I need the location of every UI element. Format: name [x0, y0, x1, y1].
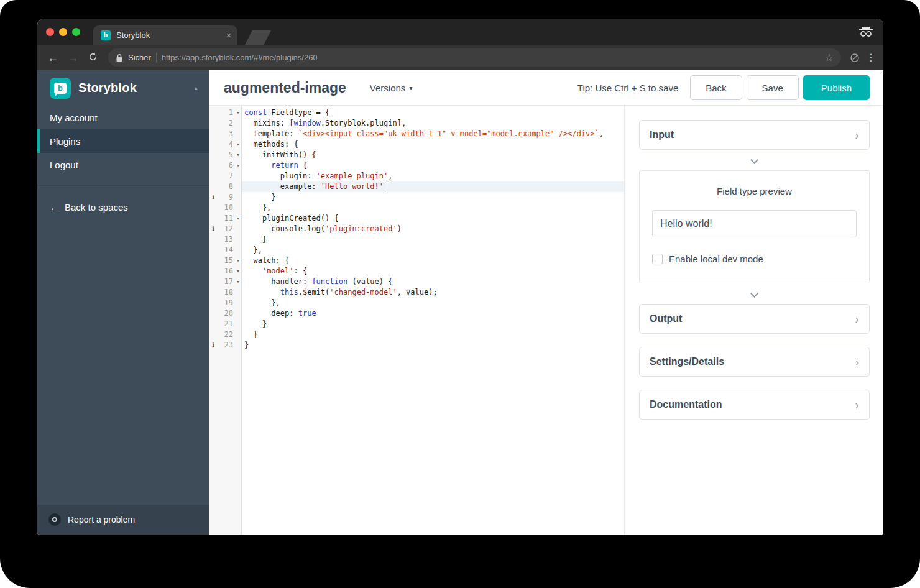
fold-arrow-icon[interactable]: ▾ [234, 266, 242, 277]
save-button[interactable]: Save [747, 75, 799, 100]
fold-arrow-icon[interactable]: ▾ [234, 150, 242, 160]
browser-tab[interactable]: b Storyblok × [93, 25, 237, 45]
fold-arrow-icon[interactable]: ▾ [234, 255, 242, 266]
versions-dropdown[interactable]: Versions ▾ [370, 83, 413, 93]
code-line-text[interactable]: methods: { [242, 139, 624, 150]
editor-line[interactable]: 3 template: `<div><input class="uk-width… [209, 129, 624, 139]
editor-line[interactable]: 1▾const Fieldtype = { [209, 108, 624, 118]
editor-line[interactable]: ℹ12 console.log('plugin:created') [209, 224, 624, 234]
code-editor[interactable]: 1▾const Fieldtype = {2 mixins: [window.S… [209, 106, 624, 535]
browser-menu-icon[interactable]: ⋮ [866, 52, 875, 63]
security-label: Sicher [128, 53, 151, 62]
code-line-text[interactable]: 'model': { [242, 266, 624, 277]
editor-line[interactable]: 18 this.$emit('changed-model', value); [209, 287, 624, 298]
blocked-content-icon[interactable] [850, 53, 860, 63]
code-line-text[interactable]: } [242, 234, 624, 245]
sidebar-item-logout[interactable]: Logout [37, 153, 209, 177]
bookmark-star-icon[interactable]: ☆ [825, 52, 834, 63]
code-line-text[interactable]: return { [242, 160, 624, 171]
line-number: 15 [218, 255, 234, 266]
back-to-spaces-label: Back to spaces [65, 202, 128, 213]
section-settings-details[interactable]: Settings/Details › [639, 347, 870, 377]
fold-arrow-icon[interactable]: ▾ [234, 277, 242, 287]
code-line-text[interactable]: pluginCreated() { [242, 213, 624, 224]
code-line-text[interactable]: handler: function (value) { [242, 277, 624, 287]
code-line-text[interactable]: }, [242, 298, 624, 308]
code-line-text[interactable]: watch: { [242, 255, 624, 266]
editor-line[interactable]: 5▾ initWith() { [209, 150, 624, 160]
minimize-window-button[interactable] [59, 28, 67, 36]
editor-line[interactable]: 8 example: 'Hello world!' [209, 181, 624, 192]
fullscreen-window-button[interactable] [72, 28, 80, 36]
section-documentation[interactable]: Documentation › [639, 390, 870, 420]
preview-input[interactable] [652, 210, 857, 237]
sidebar: b Storyblok ▴ My accountPluginsLogout ← … [37, 70, 209, 535]
editor-line[interactable]: 7 plugin: 'example_plugin', [209, 171, 624, 181]
editor-line[interactable]: 20 deep: true [209, 308, 624, 319]
editor-line[interactable]: 4▾ methods: { [209, 139, 624, 150]
code-line-text[interactable]: } [242, 192, 624, 203]
brand[interactable]: b Storyblok ▴ [37, 70, 209, 106]
sidebar-item-plugins[interactable]: Plugins [37, 129, 209, 153]
code-line-text[interactable]: console.log('plugin:created') [242, 224, 624, 234]
editor-line[interactable]: 14 }, [209, 245, 624, 255]
section-input[interactable]: Input › [639, 120, 870, 150]
fold-arrow-icon[interactable]: ▾ [234, 108, 242, 118]
code-line-text[interactable]: }, [242, 203, 624, 213]
code-line-text[interactable]: example: 'Hello world!' [242, 181, 624, 192]
close-window-button[interactable] [46, 28, 54, 36]
section-output[interactable]: Output › [639, 304, 870, 334]
chevron-up-icon[interactable]: ▴ [194, 84, 198, 92]
editor-gutter-cell: 20 [209, 308, 242, 319]
editor-line[interactable]: 17▾ handler: function (value) { [209, 277, 624, 287]
editor-line[interactable]: 10 }, [209, 203, 624, 213]
code-line-text[interactable]: initWith() { [242, 150, 624, 160]
publish-button[interactable]: Publish [803, 75, 870, 100]
sidebar-item-my-account[interactable]: My account [37, 106, 209, 129]
editor-line[interactable]: 6▾ return { [209, 160, 624, 171]
tab-close-icon[interactable]: × [226, 30, 231, 40]
browser-titlebar: b Storyblok × [37, 19, 883, 45]
report-problem-link[interactable]: Report a problem [37, 505, 209, 535]
save-tip: Tip: Use Ctrl + S to save [577, 83, 678, 93]
editor-line[interactable]: 2 mixins: [window.Storyblok.plugin], [209, 118, 624, 129]
editor-line[interactable]: 15▾ watch: { [209, 255, 624, 266]
code-editor-rows: 1▾const Fieldtype = {2 mixins: [window.S… [209, 108, 624, 351]
line-number: 20 [218, 308, 234, 319]
code-line-text[interactable]: }, [242, 245, 624, 255]
editor-line[interactable]: ℹ9 } [209, 192, 624, 203]
collapse-toggle[interactable] [639, 150, 870, 169]
code-line-text[interactable]: } [242, 319, 624, 329]
editor-line[interactable]: 21 } [209, 319, 624, 329]
reload-icon[interactable] [86, 52, 99, 64]
code-line-text[interactable]: plugin: 'example_plugin', [242, 171, 624, 181]
editor-line[interactable]: 11▾ pluginCreated() { [209, 213, 624, 224]
back-button[interactable]: Back [690, 75, 742, 100]
editor-line[interactable]: 22 } [209, 329, 624, 340]
code-line-text[interactable]: } [242, 329, 624, 340]
code-line-text[interactable]: mixins: [window.Storyblok.plugin], [242, 118, 624, 129]
editor-line[interactable]: 19 }, [209, 298, 624, 308]
editor-line[interactable]: 13 } [209, 234, 624, 245]
collapse-toggle[interactable] [639, 283, 870, 303]
browser-forward-icon[interactable]: → [66, 52, 80, 63]
new-tab-button[interactable] [245, 30, 271, 45]
editor-line[interactable]: ℹ23} [209, 340, 624, 351]
back-to-spaces-link[interactable]: ← Back to spaces [37, 202, 209, 213]
code-line-text[interactable]: this.$emit('changed-model', value); [242, 287, 624, 298]
line-number: 23 [218, 340, 234, 351]
editor-gutter-cell: 22 [209, 329, 242, 340]
code-line-text[interactable]: } [242, 340, 624, 351]
editor-line[interactable]: 16▾ 'model': { [209, 266, 624, 277]
code-line-text[interactable]: const Fieldtype = { [242, 108, 624, 118]
editor-gutter-cell: 15▾ [209, 255, 242, 266]
fold-arrow-icon[interactable]: ▾ [234, 160, 242, 171]
browser-back-icon[interactable]: ← [46, 52, 60, 63]
code-line-text[interactable]: template: `<div><input class="uk-width-1… [242, 129, 624, 139]
address-bar[interactable]: Sicher https://app.storyblok.com/#!/me/p… [108, 48, 841, 67]
code-line-text[interactable]: deep: true [242, 308, 624, 319]
dev-mode-checkbox[interactable] [652, 254, 663, 264]
editor-gutter-cell: 5▾ [209, 150, 242, 160]
fold-arrow-icon[interactable]: ▾ [234, 213, 242, 224]
fold-arrow-icon[interactable]: ▾ [234, 139, 242, 150]
